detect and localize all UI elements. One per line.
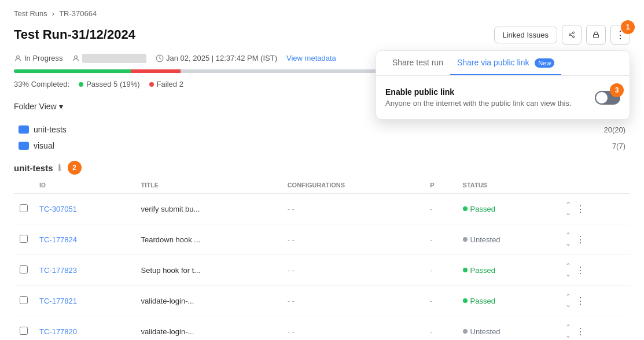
svg-point-7 xyxy=(75,56,78,58)
chevron-updown-button[interactable]: ⌃⌄ xyxy=(564,230,572,249)
stat-passed: Passed 5 (19%) xyxy=(79,80,140,88)
row-id: TC-307051 xyxy=(34,194,135,224)
row-config: - - xyxy=(282,224,424,255)
status-label: In Progress xyxy=(24,54,62,62)
progress-failed xyxy=(131,69,180,73)
breadcrumb: Test Runs › TR-370664 xyxy=(0,0,644,23)
row-id: TC-177823 xyxy=(34,255,135,286)
folder-icon xyxy=(19,125,29,134)
row-checkbox[interactable] xyxy=(14,255,34,286)
row-actions: ⌃⌄ ⋮ xyxy=(558,255,630,286)
row-checkbox[interactable] xyxy=(14,224,34,255)
table-header-row: ID TITLE CONFIGURATIONS P STATUS xyxy=(14,177,630,194)
svg-point-2 xyxy=(573,36,575,38)
chevron-updown-button[interactable]: ⌃⌄ xyxy=(564,261,572,279)
row-priority: - xyxy=(424,194,457,224)
row-more-button[interactable]: ⋮ xyxy=(573,325,587,338)
annotation-1: 1 xyxy=(621,20,635,34)
person-icon xyxy=(72,54,80,62)
folder-icon xyxy=(19,142,29,150)
folder-item-unit-tests[interactable]: unit-tests 20(20) xyxy=(14,121,630,138)
folder-count: 7(7) xyxy=(612,142,625,150)
row-checkbox[interactable] xyxy=(14,286,34,316)
enable-row: Enable public link Anyone on the interne… xyxy=(385,87,620,108)
folder-count: 20(20) xyxy=(603,125,625,134)
table-row: TC-307051 verify submit bu... - - - Pass… xyxy=(14,194,630,224)
folder-view-button[interactable]: Folder View ▾ xyxy=(14,102,63,111)
row-title: Teardown hook ... xyxy=(135,224,282,255)
table-row: TC-177823 Setup hook for t... - - - Pass… xyxy=(14,255,630,286)
breadcrumb-parent[interactable]: Test Runs xyxy=(14,9,47,18)
row-more-button[interactable]: ⋮ xyxy=(573,233,587,246)
clock-icon xyxy=(156,54,164,62)
info-icon: ℹ xyxy=(58,163,61,172)
folder-item-visual[interactable]: visual 7(7) xyxy=(14,138,630,154)
row-more-button[interactable]: ⋮ xyxy=(573,202,587,216)
row-priority: - xyxy=(424,255,457,286)
row-checkbox[interactable] xyxy=(14,316,34,341)
failed-dot xyxy=(149,82,154,87)
row-actions: ⌃⌄ ⋮ xyxy=(558,316,630,341)
col-status: STATUS xyxy=(457,177,559,194)
row-checkbox[interactable] xyxy=(14,194,34,224)
row-actions: ⌃⌄ ⋮ xyxy=(558,224,630,255)
col-title: TITLE xyxy=(135,177,282,194)
share-body: Enable public link Anyone on the interne… xyxy=(376,76,630,119)
passed-label: Passed 5 (19%) xyxy=(86,80,140,88)
passed-dot xyxy=(79,82,83,87)
folder-name: unit-tests xyxy=(34,125,599,134)
row-title: Setup hook for t... xyxy=(135,255,282,286)
col-configurations: CONFIGURATIONS xyxy=(282,177,424,194)
completed-pct: 33% Completed: xyxy=(14,80,69,88)
row-more-button[interactable]: ⋮ xyxy=(573,264,587,277)
svg-line-3 xyxy=(571,35,572,36)
share-button[interactable] xyxy=(562,25,582,45)
failed-label: Failed 2 xyxy=(157,80,183,88)
new-badge: New xyxy=(535,58,554,68)
row-title: validate-login-... xyxy=(135,316,282,341)
linked-issues-button[interactable]: Linked Issues xyxy=(494,27,558,43)
stat-failed: Failed 2 xyxy=(149,80,183,88)
test-cases-table: ID TITLE CONFIGURATIONS P STATUS TC-3070… xyxy=(14,177,630,340)
table-row: TC-177820 validate-login-... - - - Untes… xyxy=(14,316,630,341)
tab-share-public-link[interactable]: Share via public link New xyxy=(450,51,561,75)
enable-title: Enable public link xyxy=(385,87,572,97)
row-config: - - xyxy=(282,194,424,224)
annotation-3: 3 xyxy=(610,83,624,97)
row-more-button[interactable]: ⋮ xyxy=(573,294,587,308)
row-config: - - xyxy=(282,316,424,341)
folder-view-label: Folder View xyxy=(14,102,57,111)
header: Test Run-31/12/2024 Linked Issues ⋮ Shar… xyxy=(0,23,644,51)
date-badge: Jan 02, 2025 | 12:37:42 PM (IST) xyxy=(156,54,277,62)
row-config: - - xyxy=(282,286,424,316)
row-actions: ⌃⌄ ⋮ xyxy=(558,194,630,224)
row-actions: ⌃⌄ ⋮ xyxy=(558,286,630,316)
annotation-2: 2 xyxy=(68,161,82,175)
share-public-link-label: Share via public link xyxy=(457,58,529,67)
col-checkbox xyxy=(14,177,34,194)
status-badge: In Progress xyxy=(14,54,62,62)
row-status: Untested xyxy=(457,224,559,255)
lock-icon xyxy=(593,30,599,39)
share-icon xyxy=(568,30,575,39)
assigned-label: ████████████ xyxy=(82,54,146,62)
table-container: ID TITLE CONFIGURATIONS P STATUS TC-3070… xyxy=(0,177,644,340)
row-title: validate-login-... xyxy=(135,286,282,316)
chevron-updown-button[interactable]: ⌃⌄ xyxy=(564,322,572,340)
row-id: TC-177821 xyxy=(34,286,135,316)
progress-passed xyxy=(14,69,131,73)
svg-point-0 xyxy=(573,32,575,34)
share-popup: Share test run Share via public link New… xyxy=(376,50,630,120)
view-metadata-link[interactable]: View metadata xyxy=(286,54,336,62)
toggle-knob xyxy=(596,92,608,104)
chevron-down-icon: ▾ xyxy=(59,102,63,111)
enable-desc: Anyone on the internet with the public l… xyxy=(385,99,572,108)
row-id: TC-177824 xyxy=(34,224,135,255)
svg-line-4 xyxy=(571,33,572,34)
chevron-updown-button[interactable]: ⌃⌄ xyxy=(564,291,572,310)
chevron-updown-button[interactable]: ⌃⌄ xyxy=(564,199,572,218)
tab-share-test-run[interactable]: Share test run xyxy=(385,51,450,75)
enable-text: Enable public link Anyone on the interne… xyxy=(385,87,572,108)
folder-list: unit-tests 20(20) visual 7(7) xyxy=(0,119,644,156)
lock-button[interactable] xyxy=(586,25,606,45)
